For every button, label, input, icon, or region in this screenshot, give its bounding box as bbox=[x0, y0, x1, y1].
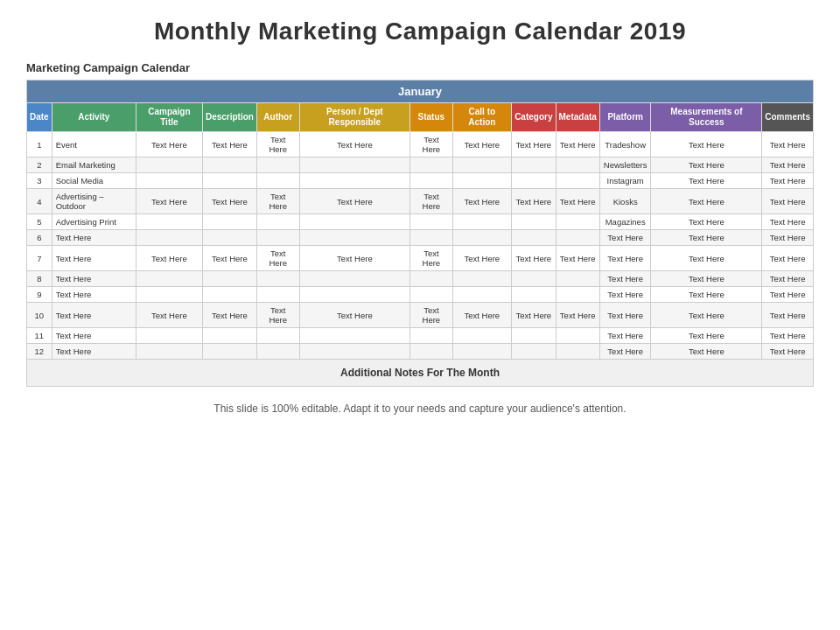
cell-metadata: Text Here bbox=[556, 246, 599, 271]
cell-person bbox=[299, 214, 410, 230]
cell-num: 7 bbox=[27, 246, 52, 271]
table-row: 8Text HereText HereText HereText Here bbox=[27, 271, 814, 287]
cell-cta: Text Here bbox=[452, 132, 512, 158]
cell-description: Text Here bbox=[202, 303, 256, 328]
cell-num: 9 bbox=[27, 287, 52, 303]
table-row: 11Text HereText HereText HereText Here bbox=[27, 328, 814, 344]
table-row: 2Email MarketingNewslettersText HereText… bbox=[27, 158, 814, 173]
col-header-metadata: Metadata bbox=[556, 103, 599, 132]
col-header-activity: Activity bbox=[52, 103, 136, 132]
cell-person bbox=[299, 328, 410, 344]
cell-measurements: Text Here bbox=[651, 173, 762, 189]
cell-platform: Text Here bbox=[599, 344, 651, 360]
cell-author bbox=[256, 271, 299, 287]
cell-campaign bbox=[136, 230, 202, 246]
cell-num: 11 bbox=[27, 328, 52, 344]
col-header-campaign-title: Campaign Title bbox=[136, 103, 202, 132]
cell-author bbox=[256, 173, 299, 189]
cell-cta bbox=[452, 328, 512, 344]
cell-category: Text Here bbox=[512, 189, 556, 214]
table-row: 4Advertising – OutdoorText HereText Here… bbox=[27, 189, 814, 214]
cell-num: 6 bbox=[27, 230, 52, 246]
table-row: 3Social MediaInstagramText HereText Here bbox=[27, 173, 814, 189]
table-row: 12Text HereText HereText HereText Here bbox=[27, 344, 814, 360]
cell-activity: Text Here bbox=[52, 303, 136, 328]
cell-metadata bbox=[556, 173, 599, 189]
additional-notes-label: Additional Notes For The Month bbox=[27, 360, 814, 387]
cell-comments: Text Here bbox=[762, 214, 814, 230]
cell-num: 12 bbox=[27, 344, 52, 360]
cell-measurements: Text Here bbox=[651, 158, 762, 173]
cell-person: Text Here bbox=[299, 303, 410, 328]
cell-measurements: Text Here bbox=[651, 303, 762, 328]
cell-person bbox=[299, 158, 410, 173]
col-header-platform: Platform bbox=[599, 103, 651, 132]
table-row: 9Text HereText HereText HereText Here bbox=[27, 287, 814, 303]
col-header-description: Description bbox=[202, 103, 256, 132]
cell-activity: Text Here bbox=[52, 328, 136, 344]
cell-comments: Text Here bbox=[762, 132, 814, 158]
cell-num: 8 bbox=[27, 271, 52, 287]
cell-campaign bbox=[136, 287, 202, 303]
cell-category bbox=[512, 173, 556, 189]
cell-activity: Text Here bbox=[52, 287, 136, 303]
cell-platform: Text Here bbox=[599, 303, 651, 328]
col-header-measurements-of-success: Measurements of Success bbox=[651, 103, 762, 132]
cell-num: 5 bbox=[27, 214, 52, 230]
cell-campaign bbox=[136, 328, 202, 344]
cell-num: 2 bbox=[27, 158, 52, 173]
cell-description bbox=[202, 230, 256, 246]
cell-activity: Text Here bbox=[52, 246, 136, 271]
cell-category bbox=[512, 271, 556, 287]
cell-platform: Text Here bbox=[599, 271, 651, 287]
cell-category bbox=[512, 328, 556, 344]
cell-cta: Text Here bbox=[452, 246, 512, 271]
cell-comments: Text Here bbox=[762, 173, 814, 189]
cell-campaign: Text Here bbox=[136, 132, 202, 158]
page-title: Monthly Marketing Campaign Calendar 2019 bbox=[26, 18, 814, 46]
cell-person bbox=[299, 344, 410, 360]
cell-measurements: Text Here bbox=[651, 230, 762, 246]
cell-platform: Text Here bbox=[599, 287, 651, 303]
cell-person bbox=[299, 271, 410, 287]
cell-status: Text Here bbox=[410, 246, 452, 271]
cell-platform: Text Here bbox=[599, 246, 651, 271]
cell-person: Text Here bbox=[299, 189, 410, 214]
cell-measurements: Text Here bbox=[651, 287, 762, 303]
cell-platform: Tradeshow bbox=[599, 132, 651, 158]
cell-cta bbox=[452, 230, 512, 246]
cell-category bbox=[512, 344, 556, 360]
cell-category bbox=[512, 287, 556, 303]
cell-campaign: Text Here bbox=[136, 303, 202, 328]
cell-metadata bbox=[556, 328, 599, 344]
cell-status: Text Here bbox=[410, 303, 452, 328]
col-header-person-/-dept-responsible: Person / Dept Responsible bbox=[299, 103, 410, 132]
cell-metadata: Text Here bbox=[556, 189, 599, 214]
col-header-status: Status bbox=[410, 103, 452, 132]
cell-cta bbox=[452, 271, 512, 287]
cell-comments: Text Here bbox=[762, 189, 814, 214]
cell-campaign: Text Here bbox=[136, 189, 202, 214]
cell-person bbox=[299, 230, 410, 246]
cell-activity: Text Here bbox=[52, 344, 136, 360]
cell-status: Text Here bbox=[410, 189, 452, 214]
cell-metadata bbox=[556, 214, 599, 230]
cell-description bbox=[202, 344, 256, 360]
cell-category: Text Here bbox=[512, 132, 556, 158]
cell-activity: Text Here bbox=[52, 230, 136, 246]
cell-description bbox=[202, 214, 256, 230]
cell-cta bbox=[452, 287, 512, 303]
cell-description bbox=[202, 173, 256, 189]
col-header-call-to-action: Call to Action bbox=[452, 103, 512, 132]
cell-status bbox=[410, 173, 452, 189]
cell-category bbox=[512, 230, 556, 246]
cell-measurements: Text Here bbox=[651, 328, 762, 344]
cell-author: Text Here bbox=[256, 246, 299, 271]
cell-author bbox=[256, 158, 299, 173]
month-label: January bbox=[27, 80, 814, 103]
cell-comments: Text Here bbox=[762, 328, 814, 344]
cell-metadata bbox=[556, 287, 599, 303]
cell-metadata bbox=[556, 271, 599, 287]
cell-author bbox=[256, 287, 299, 303]
cell-metadata bbox=[556, 158, 599, 173]
